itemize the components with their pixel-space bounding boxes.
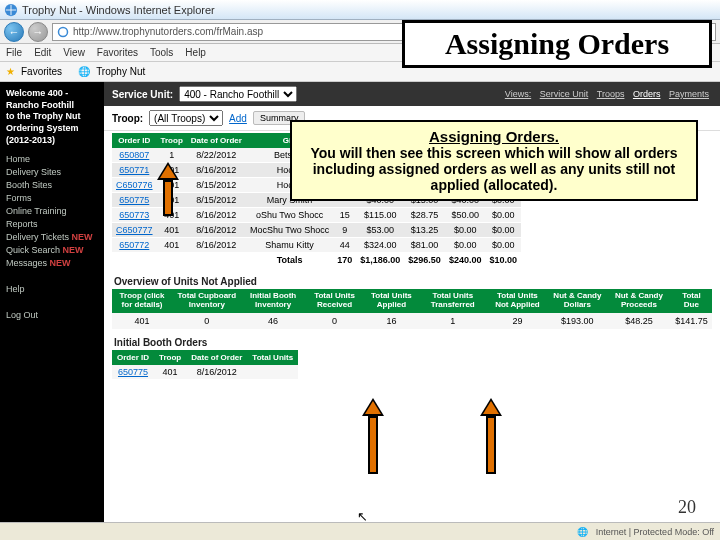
view-troops[interactable]: Troops (597, 89, 625, 99)
table-row[interactable]: 6507754018/16/2012 (112, 365, 298, 379)
nav-forms[interactable]: Forms (6, 193, 98, 203)
app-icon (4, 3, 18, 17)
cursor-icon: ↖ (357, 509, 368, 522)
service-unit-row: Service Unit: 400 - Rancho Foothill View… (104, 82, 720, 106)
nav-training[interactable]: Online Training (6, 206, 98, 216)
nav-delivery-tickets[interactable]: Delivery Tickets NEW (6, 232, 98, 242)
star-icon[interactable]: ★ (6, 66, 15, 77)
nav-logout[interactable]: Log Out (6, 310, 98, 320)
views-nav: Views: Service Unit Troops Orders Paymen… (502, 89, 712, 99)
nav-reports[interactable]: Reports (6, 219, 98, 229)
view-orders[interactable]: Orders (633, 89, 661, 99)
nav-delivery-sites[interactable]: Delivery Sites (6, 167, 98, 177)
nav-home[interactable]: Home (6, 154, 98, 164)
status-bar: 🌐 Internet | Protected Mode: Off (0, 522, 720, 540)
ibo-table: Order IDTroopDate of OrderTotal Units 65… (112, 350, 298, 379)
add-link[interactable]: Add (229, 113, 247, 124)
menu-help[interactable]: Help (185, 47, 206, 58)
su-label: Service Unit: (112, 89, 173, 100)
menu-favorites[interactable]: Favorites (97, 47, 138, 58)
su-select[interactable]: 400 - Rancho Foothill (179, 86, 297, 102)
arrow-annotation-2 (364, 398, 382, 474)
arrow-annotation-3 (482, 398, 500, 474)
slide-title-callout: Assigning Orders (402, 20, 712, 68)
forward-button[interactable]: → (28, 22, 48, 42)
svg-point-1 (59, 27, 68, 36)
table-row[interactable]: C6507774018/16/2012MocShu Two Shocc9$53.… (112, 223, 521, 238)
view-payments[interactable]: Payments (669, 89, 709, 99)
nap-title: Overview of Units Not Applied (114, 276, 710, 287)
menu-file[interactable]: File (6, 47, 22, 58)
nav-quick-search[interactable]: Quick Search NEW (6, 245, 98, 255)
table-row[interactable]: 6507724018/16/2012Shamu Kitty44$324.00$8… (112, 238, 521, 253)
window-title: Trophy Nut - Windows Internet Explorer (22, 4, 215, 16)
window-titlebar: Trophy Nut - Windows Internet Explorer (0, 0, 720, 20)
menu-edit[interactable]: Edit (34, 47, 51, 58)
table-row[interactable]: 401046016129$193.00$48.25$141.75 (112, 313, 712, 329)
back-button[interactable]: ← (4, 22, 24, 42)
globe-icon: 🌐 (577, 527, 588, 537)
arrow-annotation-1 (159, 162, 177, 216)
tab-label[interactable]: Trophy Nut (96, 66, 145, 77)
sidebar: Welcome 400 - Rancho Foothill to the Tro… (0, 82, 104, 522)
troop-select[interactable]: (All Troops) (149, 110, 223, 126)
nav-messages[interactable]: Messages NEW (6, 258, 98, 268)
status-text: Internet | Protected Mode: Off (596, 527, 714, 537)
menu-view[interactable]: View (63, 47, 85, 58)
totals-row: Totals170$1,186.00$296.50$240.00$10.00 (112, 253, 521, 268)
nap-table: Troop (click for details)Total Cupboard … (112, 289, 712, 329)
page-number: 20 (678, 497, 696, 518)
nav-help[interactable]: Help (6, 284, 98, 294)
nav-booth-sites[interactable]: Booth Sites (6, 180, 98, 190)
menu-tools[interactable]: Tools (150, 47, 173, 58)
view-su[interactable]: Service Unit (540, 89, 589, 99)
url-text: http://www.trophynutorders.com/frMain.as… (73, 26, 263, 37)
ibo-title: Initial Booth Orders (114, 337, 710, 348)
welcome-text: Welcome 400 - Rancho Foothill to the Tro… (6, 88, 98, 146)
favorites-label: Favorites (21, 66, 62, 77)
troop-label: Troop: (112, 113, 143, 124)
ie-icon (57, 26, 69, 38)
instruction-callout: Assigning Orders. You will then see this… (290, 120, 698, 201)
